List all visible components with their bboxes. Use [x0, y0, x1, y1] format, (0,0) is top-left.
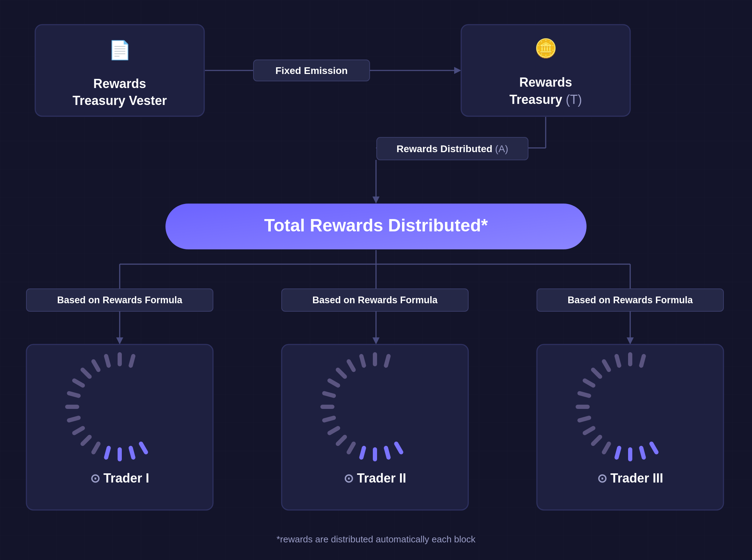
svg-rect-25	[320, 405, 334, 409]
trader3-box	[537, 344, 723, 510]
svg-rect-4	[104, 446, 111, 460]
svg-rect-16	[128, 354, 136, 368]
rewards-distributed-label: Rewards Distributed (A)	[396, 143, 508, 154]
arrow-head-treasury	[454, 67, 461, 74]
svg-rect-31	[373, 352, 377, 366]
svg-rect-15	[118, 352, 122, 366]
treasury-title-line1: Rewards	[519, 75, 572, 89]
svg-rect-18	[383, 446, 391, 460]
formula-label-right: Based on Rewards Formula	[568, 295, 693, 305]
svg-rect-26	[322, 391, 337, 398]
fixed-emission-pill	[253, 60, 370, 81]
svg-rect-29	[346, 359, 356, 373]
svg-rect-13	[90, 359, 101, 373]
svg-rect-9	[65, 405, 79, 409]
grid-background	[0, 0, 752, 560]
arrow-down-to-total	[372, 197, 380, 204]
fixed-emission-label: Fixed Emission	[275, 65, 347, 76]
svg-rect-22	[335, 434, 348, 447]
svg-rect-6	[80, 434, 93, 447]
svg-rect-14	[104, 354, 111, 368]
svg-rect-11	[71, 378, 86, 388]
formula-pill-mid	[282, 289, 468, 311]
svg-rect-38	[590, 434, 603, 447]
svg-rect-42	[577, 391, 592, 398]
svg-rect-32	[383, 354, 391, 368]
trader1-label: ⊙ Trader I	[90, 471, 149, 485]
footnote: *rewards are distributed automatically e…	[276, 534, 476, 545]
svg-rect-10	[67, 391, 81, 398]
svg-rect-27	[327, 378, 341, 388]
svg-rect-24	[322, 415, 337, 423]
svg-rect-3	[118, 447, 122, 461]
gauge-trader1	[45, 340, 182, 481]
gauge-trader3	[556, 340, 692, 481]
svg-rect-1	[138, 441, 149, 455]
svg-rect-17	[393, 441, 404, 455]
svg-rect-8	[67, 415, 81, 423]
svg-rect-12	[80, 367, 93, 380]
treasury-icon: 🪙	[534, 37, 557, 59]
arrow-head-trader3	[627, 337, 634, 344]
vester-title-line1: Rewards	[93, 76, 146, 91]
svg-rect-48	[639, 354, 646, 368]
svg-rect-23	[327, 425, 341, 436]
formula-label-mid: Based on Rewards Formula	[312, 295, 438, 305]
svg-rect-40	[577, 415, 592, 423]
svg-rect-33	[648, 441, 659, 455]
vester-title-line2: Treasury Vester	[73, 93, 167, 108]
formula-label-left: Based on Rewards Formula	[57, 295, 183, 305]
rewards-distributed-pill	[377, 137, 528, 160]
svg-rect-46	[614, 354, 622, 368]
svg-rect-2	[128, 446, 136, 460]
vester-box	[35, 25, 204, 116]
svg-rect-36	[614, 446, 622, 460]
diagram-container: 📄 Rewards Treasury Vester Fixed Emission…	[0, 0, 752, 560]
svg-rect-21	[346, 441, 356, 455]
svg-rect-34	[639, 446, 646, 460]
treasury-box	[461, 25, 630, 116]
svg-rect-30	[359, 354, 366, 368]
trader1-box	[26, 344, 213, 510]
vester-icon: 📄	[108, 39, 131, 61]
trader2-label: ⊙ Trader II	[344, 471, 406, 485]
svg-rect-28	[335, 367, 348, 380]
formula-pill-right	[537, 289, 723, 311]
svg-rect-45	[601, 359, 612, 373]
total-rewards-label: Total Rewards Distributed*	[264, 216, 488, 235]
svg-rect-7	[71, 425, 86, 436]
trader3-label: ⊙ Trader III	[597, 471, 663, 485]
flow-diagram-svg: 📄 Rewards Treasury Vester Fixed Emission…	[0, 0, 752, 560]
treasury-title-line2: Treasury (T)	[509, 92, 582, 107]
svg-rect-37	[601, 441, 612, 455]
svg-rect-39	[582, 425, 596, 436]
svg-rect-44	[590, 367, 603, 380]
svg-rect-0	[0, 0, 752, 560]
svg-rect-41	[576, 405, 590, 409]
svg-rect-35	[628, 447, 632, 461]
gauge-trader2	[300, 340, 437, 481]
total-rewards-button	[165, 204, 587, 249]
svg-rect-20	[359, 446, 366, 460]
arrow-head-trader2	[372, 337, 380, 344]
formula-pill-left	[26, 289, 213, 311]
svg-rect-5	[90, 441, 101, 455]
trader2-box	[282, 344, 468, 510]
svg-rect-47	[628, 352, 632, 366]
arrow-head-trader1	[116, 337, 123, 344]
svg-rect-19	[373, 447, 377, 461]
svg-rect-43	[582, 378, 596, 388]
